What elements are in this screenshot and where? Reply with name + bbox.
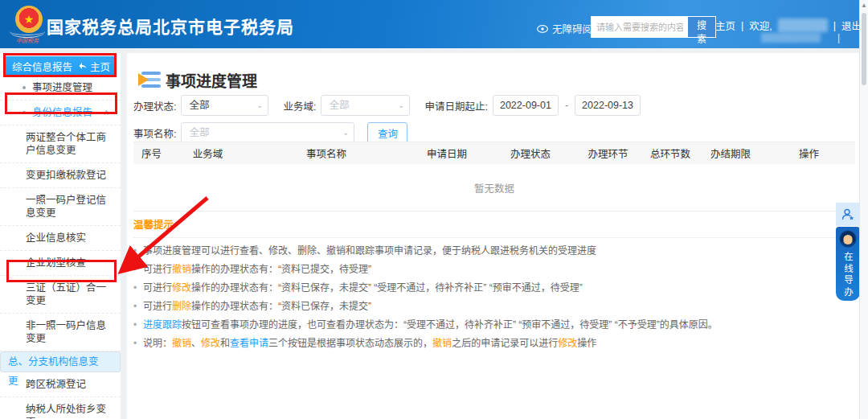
tip-text: 按钮可查看事项办理的进度，也可查看办理状态为：“受理不通过，待补齐补正” “预审… [182, 319, 718, 331]
sidebar-item-label: 三证（五证）合一变更 [26, 282, 106, 306]
tip-text: 可进行 [143, 282, 172, 294]
sidebar-item-label: 企业信息核实 [26, 232, 86, 244]
emblem-caption: 中国税务 [10, 36, 45, 44]
sidebar: 综合信息报告 主页 事项进度管理身份信息报告∧两证整合个体工商户信息变更变更扣缴… [0, 53, 121, 419]
sidebar-item[interactable]: 三证（五证）合一变更 [0, 276, 121, 314]
sidebar-item[interactable]: 一照一码户登记信息变更 [0, 188, 121, 226]
tip-text: 三个按钮是根据事项状态动态展示的， [268, 338, 432, 349]
tip-text: 可进行 [143, 301, 172, 312]
tip-line: 可进行修改操作的办理状态有：“资料已保存，未提交” “受理不通过，待补齐补正” … [133, 281, 855, 295]
tips-title: 温馨提示 [133, 216, 855, 232]
table-column-header: 总环节数 [642, 146, 698, 161]
main-content: 事项进度管理 办理状态: 全部 ⌄ 业务域: 全部 ⌄ 申请日期起止: 2022… [127, 53, 860, 419]
tip-line: 进度跟踪按钮可查看事项办理的进度，也可查看办理状态为：“受理不通过，待补齐补正”… [133, 318, 855, 332]
sidebar-item[interactable]: 总、分支机构信息变更 [0, 351, 121, 372]
tip-keyword-link[interactable]: 修改 [172, 282, 191, 294]
tip-text: 可进行 [143, 264, 172, 275]
table-header-row: 序号业务域事项名称申请日期办理状态办理环节总环节数办结期限操作 [133, 142, 855, 164]
home-link[interactable]: 主页 [715, 18, 735, 33]
tax-emblem-logo: ★ 中国税务 [10, 4, 45, 44]
tip-text: 操作的办理状态有：“资料已提交，待受理” [191, 264, 371, 275]
bullet-icon [23, 86, 26, 89]
sidebar-item-label: 身份信息报告 [32, 107, 92, 118]
assistant-avatar-icon [839, 230, 857, 248]
item-name-select[interactable]: 全部 ⌄ [181, 122, 354, 143]
scroll-up-icon[interactable]: ▲ [860, 2, 868, 9]
status-select-value: 全部 [189, 100, 209, 111]
item-name-select-value: 全部 [189, 127, 209, 138]
domain-select[interactable]: 全部 ⌄ [321, 95, 410, 116]
tip-line: 说明：撤销、修改和查看申请三个按钮是根据事项状态动态展示的，撤销之后的申请记录可… [133, 337, 855, 351]
date-separator: - [565, 100, 568, 111]
scrollbar-thumb[interactable] [862, 13, 866, 85]
tip-keyword-link[interactable]: 删除 [172, 301, 191, 312]
table-column-header: 申请日期 [407, 146, 487, 161]
domain-select-value: 全部 [329, 100, 349, 111]
app-header: ★ 中国税务 国家税务总局北京市电子税务局 无障碍阅读 搜索 主页 | 欢迎, … [0, 0, 868, 48]
tip-line: 可进行删除操作的办理状态有：“资料已保存，未提交” [133, 300, 855, 314]
tip-keyword-link[interactable]: 查看申请 [230, 338, 268, 349]
search-button[interactable]: 搜索 [688, 17, 715, 37]
sidebar-item[interactable]: 企业信息核实 [0, 226, 121, 251]
sidebar-item-label: 事项进度管理 [32, 82, 92, 93]
status-select[interactable]: 全部 ⌄ [181, 95, 268, 116]
list-play-icon [138, 71, 161, 90]
eye-icon [537, 25, 548, 33]
sidebar-item[interactable]: 变更扣缴税款登记 [0, 163, 121, 188]
progress-table: 序号业务域事项名称申请日期办理状态办理环节总环节数办结期限操作 暂无数据 [133, 142, 855, 212]
sidebar-item[interactable]: 身份信息报告∧ [0, 101, 121, 125]
tip-keyword-link[interactable]: 进度跟踪 [143, 319, 182, 331]
chevron-down-icon: ⌄ [342, 123, 349, 142]
date-from-input[interactable]: 2022-09-01 [493, 95, 559, 116]
tip-keyword-link[interactable]: 撤销 [172, 338, 191, 349]
sidebar-item-label: 企业划型核查 [26, 257, 86, 269]
tip-text: 操作的办理状态有：“资料已保存，未提交” [191, 301, 371, 312]
sidebar-item[interactable]: 两证整合个体工商户信息变更 [0, 125, 121, 163]
date-range-label: 申请日期起止: [424, 98, 487, 113]
sidebar-menu: 事项进度管理身份信息报告∧两证整合个体工商户信息变更变更扣缴税款登记一照一码户登… [0, 76, 121, 419]
welcome-label: 欢迎, [749, 18, 772, 33]
redacted-username-line2 [761, 33, 821, 43]
tip-line: 可进行撤销操作的办理状态有：“资料已提交，待受理” [133, 263, 855, 277]
tip-keyword-link[interactable]: 修改 [201, 338, 220, 349]
sidebar-item[interactable]: 纳税人所处街乡变更 [0, 397, 121, 419]
sidebar-item-label: 变更扣缴税款登记 [26, 170, 106, 181]
table-empty-state: 暂无数据 [133, 164, 855, 211]
date-to-input[interactable]: 2022-09-13 [575, 95, 641, 116]
table-column-header: 办结期限 [698, 146, 763, 161]
tip-text: 事项进度管理可以进行查看、修改、删除、撤销和跟踪事项申请记录，便于纳税人跟进税务… [143, 245, 596, 257]
member-services-button[interactable] [836, 203, 860, 226]
page-scrollbar[interactable]: ▲ [859, 0, 868, 419]
tip-keyword-link[interactable]: 撤销 [432, 338, 452, 349]
tip-keyword-link[interactable]: 修改 [558, 338, 577, 349]
online-guide-tab[interactable]: 在线导办 [836, 227, 860, 301]
table-column-header: 业务域 [170, 146, 246, 161]
sidebar-home-link[interactable]: 主页 [79, 59, 110, 74]
sidebar-item-label: 纳税人所处街乡变更 [26, 404, 106, 419]
tip-text: 操作 [577, 338, 596, 349]
tip-line: 事项进度管理可以进行查看、修改、删除、撤销和跟踪事项申请记录，便于纳税人跟进税务… [133, 244, 855, 258]
tip-text: 说明： [143, 338, 172, 349]
sidebar-item[interactable]: 跨区税源登记 [0, 372, 121, 397]
sidebar-item[interactable]: 事项进度管理 [0, 76, 121, 101]
item-name-filter-label: 事项名称: [133, 125, 176, 141]
sidebar-item[interactable]: 企业划型核查 [0, 251, 121, 276]
table-column-header: 事项名称 [246, 146, 407, 161]
search-input[interactable] [592, 17, 688, 37]
tip-text: 操作的办理状态有：“资料已保存，未提交” “受理不通过，待补齐补正” “预审不通… [191, 282, 583, 294]
chevron-up-icon: ∧ [104, 106, 109, 119]
chevron-down-icon: ⌄ [398, 96, 404, 115]
person-star-icon [841, 207, 855, 222]
tips-list: 事项进度管理可以进行查看、修改、删除、撤销和跟踪事项申请记录，便于纳税人跟进税务… [133, 244, 855, 351]
online-guide-label: 在线导办 [841, 252, 854, 298]
page-title: 事项进度管理 [166, 69, 257, 91]
query-button[interactable]: 查询 [367, 122, 407, 143]
table-column-header: 办理环节 [574, 146, 642, 161]
sidebar-item[interactable]: 非一照一码户信息变更 [0, 314, 121, 351]
separator: | [741, 20, 743, 31]
domain-filter-label: 业务域: [283, 98, 316, 113]
status-filter-label: 办理状态: [133, 98, 176, 113]
tip-keyword-link[interactable]: 撤销 [172, 264, 191, 275]
site-title: 国家税务总局北京市电子税务局 [47, 14, 294, 38]
page-title-block: 事项进度管理 [138, 69, 257, 91]
